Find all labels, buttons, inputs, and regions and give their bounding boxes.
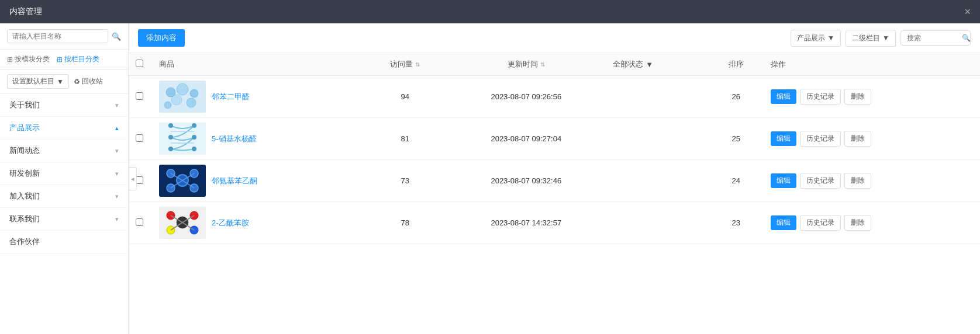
sidebar: 🔍 ⊞ 按模块分类 ⊞ 按栏目分类 设置默认栏目 ▼ ♻ 回收站 <box>0 23 129 334</box>
visits-cell-2: 81 <box>364 118 446 160</box>
sort-cell-4: 23 <box>709 202 764 244</box>
chevron-down-icon: ▼ <box>827 34 834 42</box>
delete-button-3[interactable]: 删除 <box>844 173 871 189</box>
row-checkbox-2[interactable] <box>136 134 143 142</box>
product-cell: 邻氨基苯乙酮 <box>152 160 364 202</box>
grid1-icon: ⊞ <box>7 55 13 64</box>
svg-point-10 <box>168 135 173 140</box>
sidebar-item-join[interactable]: 加入我们 ▾ <box>0 185 128 208</box>
actions-cell-1: 编辑 历史记录 删除 <box>764 76 980 118</box>
sidebar-item-contact[interactable]: 联系我们 ▾ <box>0 208 128 231</box>
toolbar-right: 产品展示 ▼ 二级栏目 ▼ 🔍 <box>791 30 971 47</box>
table-body: 邻苯二甲醛 94 2023-08-07 09:26:56 26 编辑 历史记录 … <box>129 76 980 244</box>
status-cell-2 <box>606 118 708 160</box>
sidebar-item-about[interactable]: 关于我们 ▾ <box>0 94 128 117</box>
sidebar-item-products[interactable]: 产品展示 ▴ <box>0 117 128 140</box>
edit-button-3[interactable]: 编辑 <box>771 173 796 188</box>
sort-time-icon[interactable]: ⇅ <box>540 61 545 68</box>
table-row: 邻氨基苯乙酮 73 2023-08-07 09:32:46 24 编辑 历史记录… <box>129 160 980 202</box>
history-button-4[interactable]: 历史记录 <box>800 215 841 231</box>
tab-category-classify[interactable]: ⊞ 按栏目分类 <box>57 54 99 64</box>
sort-cell-1: 26 <box>709 76 764 118</box>
svg-point-11 <box>192 135 196 140</box>
update-time-cell-2: 2023-08-07 09:27:04 <box>446 118 606 160</box>
recycle-bin-button[interactable]: ♻ 回收站 <box>74 76 103 86</box>
nav-label-news: 新闻动态 <box>9 145 40 156</box>
th-visits: 访问量 ⇅ <box>364 53 446 76</box>
add-content-button[interactable]: 添加内容 <box>138 29 185 47</box>
title-bar: 内容管理 × <box>0 0 980 23</box>
th-update-time: 更新时间 ⇅ <box>446 53 606 76</box>
tab-module-classify[interactable]: ⊞ 按模块分类 <box>7 54 50 64</box>
sidebar-collapse-handle[interactable]: ◂ <box>129 167 137 190</box>
delete-button-1[interactable]: 删除 <box>844 89 871 105</box>
product-name-2[interactable]: 5-硝基水杨醛 <box>212 134 257 144</box>
actions-cell-3: 编辑 历史记录 删除 <box>764 160 980 202</box>
page-title: 内容管理 <box>9 6 42 17</box>
select-all-checkbox[interactable] <box>136 60 143 67</box>
th-actions: 操作 <box>764 53 980 76</box>
sidebar-item-partner[interactable]: 合作伙伴 <box>0 231 128 253</box>
product-cell: 2-乙酰苯胺 <box>152 202 364 244</box>
visits-cell-4: 78 <box>364 202 446 244</box>
secondary-category-dropdown[interactable]: 二级栏目 ▼ <box>846 30 896 47</box>
content-search-input[interactable] <box>907 34 960 42</box>
product-cell: 邻苯二甲醛 <box>152 76 364 118</box>
set-default-category-button[interactable]: 设置默认栏目 ▼ <box>7 74 69 89</box>
status-cell-4 <box>606 202 708 244</box>
recycle-icon: ♻ <box>74 78 80 86</box>
th-status[interactable]: 全部状态 ▼ <box>606 53 708 76</box>
svg-point-4 <box>171 95 182 105</box>
actions-cell-4: 编辑 历史记录 删除 <box>764 202 980 244</box>
product-image-3 <box>159 165 206 197</box>
nav-label-join: 加入我们 <box>9 191 40 201</box>
chevron-right-icon: ▾ <box>115 102 119 109</box>
product-image-4 <box>159 207 206 239</box>
product-display-dropdown[interactable]: 产品展示 ▼ <box>791 30 841 47</box>
content-search-box: 🔍 <box>900 30 971 46</box>
nav-label-research: 研发创新 <box>9 168 40 179</box>
close-button[interactable]: × <box>964 6 971 18</box>
sidebar-item-news[interactable]: 新闻动态 ▾ <box>0 140 128 162</box>
content-toolbar: 添加内容 产品展示 ▼ 二级栏目 ▼ 🔍 <box>129 23 980 53</box>
sidebar-nav: 关于我们 ▾ 产品展示 ▴ 新闻动态 ▾ 研发创新 ▾ 加入我们 ▾ 联系我们 … <box>0 94 128 334</box>
product-name-3[interactable]: 邻氨基苯乙酮 <box>212 176 257 186</box>
product-cell: 5-硝基水杨醛 <box>152 118 364 160</box>
svg-point-6 <box>164 102 171 109</box>
visits-cell-3: 73 <box>364 160 446 202</box>
svg-point-3 <box>190 89 198 98</box>
history-button-1[interactable]: 历史记录 <box>800 89 841 105</box>
status-cell-3 <box>606 160 708 202</box>
update-time-cell-4: 2023-08-07 14:32:57 <box>446 202 606 244</box>
edit-button-1[interactable]: 编辑 <box>771 89 796 104</box>
row-checkbox-4[interactable] <box>136 218 143 226</box>
product-name-1[interactable]: 邻苯二甲醛 <box>212 92 250 102</box>
row-checkbox-1[interactable] <box>136 92 143 100</box>
svg-point-9 <box>192 123 196 128</box>
product-name-4[interactable]: 2-乙酰苯胺 <box>212 218 249 228</box>
history-button-3[interactable]: 历史记录 <box>800 173 841 189</box>
sort-visits-icon[interactable]: ⇅ <box>415 61 420 68</box>
sidebar-search-input[interactable] <box>7 29 108 43</box>
th-checkbox <box>129 53 152 76</box>
search-icon[interactable]: 🔍 <box>962 34 971 42</box>
svg-point-8 <box>168 123 173 128</box>
sidebar-item-research[interactable]: 研发创新 ▾ <box>0 162 128 185</box>
sidebar-search-icon[interactable]: 🔍 <box>112 32 121 41</box>
row-checkbox-cell <box>129 118 152 160</box>
delete-button-4[interactable]: 删除 <box>844 215 871 231</box>
svg-point-5 <box>187 98 196 107</box>
chevron-right-icon-research: ▾ <box>115 170 119 178</box>
history-button-2[interactable]: 历史记录 <box>800 131 841 147</box>
table-row: 邻苯二甲醛 94 2023-08-07 09:26:56 26 编辑 历史记录 … <box>129 76 980 118</box>
sidebar-toolbar: 设置默认栏目 ▼ ♻ 回收站 <box>0 69 128 94</box>
actions-cell-2: 编辑 历史记录 删除 <box>764 118 980 160</box>
grid2-icon: ⊞ <box>57 55 63 64</box>
delete-button-2[interactable]: 删除 <box>844 131 871 147</box>
edit-button-4[interactable]: 编辑 <box>771 215 796 230</box>
chevron-down-icon-2: ▼ <box>882 34 889 42</box>
sidebar-search-area: 🔍 <box>0 23 128 50</box>
update-time-cell-3: 2023-08-07 09:32:46 <box>446 160 606 202</box>
sidebar-tabs: ⊞ 按模块分类 ⊞ 按栏目分类 <box>0 50 128 69</box>
edit-button-2[interactable]: 编辑 <box>771 131 796 146</box>
